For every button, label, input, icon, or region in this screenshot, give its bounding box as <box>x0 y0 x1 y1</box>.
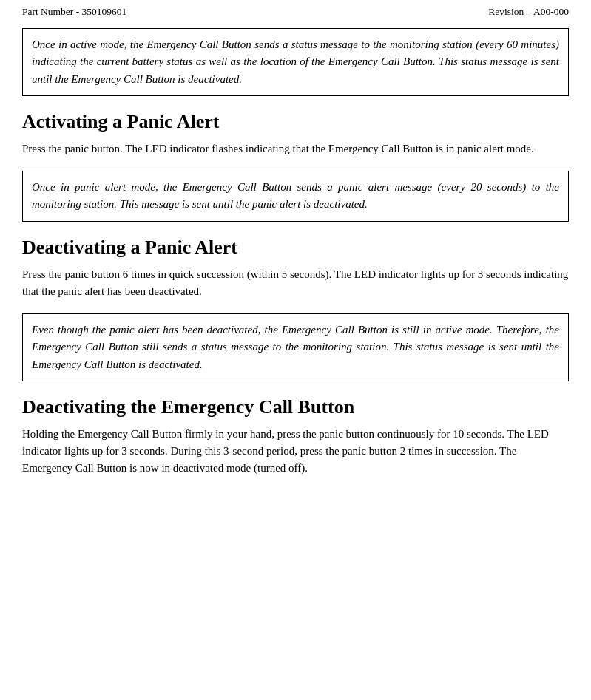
section-activating-panic-alert: Activating a Panic Alert Press the panic… <box>22 111 569 157</box>
section2-body: Press the panic button 6 times in quick … <box>22 266 569 301</box>
callout-box-1: Once in active mode, the Emergency Call … <box>22 28 569 96</box>
callout-2-text: Once in panic alert mode, the Emergency … <box>32 181 559 210</box>
revision: Revision – A00-000 <box>488 6 569 18</box>
section3-body: Holding the Emergency Call Button firmly… <box>22 426 569 478</box>
part-number: Part Number - 350109601 <box>22 6 126 18</box>
page: Part Number - 350109601 Revision – A00-0… <box>0 0 591 513</box>
callout-1-text: Once in active mode, the Emergency Call … <box>32 38 559 85</box>
section1-body: Press the panic button. The LED indicato… <box>22 140 569 157</box>
callout-3-text: Even though the panic alert has been dea… <box>32 324 559 370</box>
section1-heading: Activating a Panic Alert <box>22 111 569 133</box>
section-deactivating-panic-alert: Deactivating a Panic Alert Press the pan… <box>22 237 569 301</box>
callout-box-2: Once in panic alert mode, the Emergency … <box>22 171 569 222</box>
section3-heading: Deactivating the Emergency Call Button <box>22 396 569 418</box>
section-deactivating-emergency-call-button: Deactivating the Emergency Call Button H… <box>22 396 569 478</box>
header: Part Number - 350109601 Revision – A00-0… <box>22 6 569 18</box>
callout-box-3: Even though the panic alert has been dea… <box>22 313 569 381</box>
section2-heading: Deactivating a Panic Alert <box>22 237 569 259</box>
